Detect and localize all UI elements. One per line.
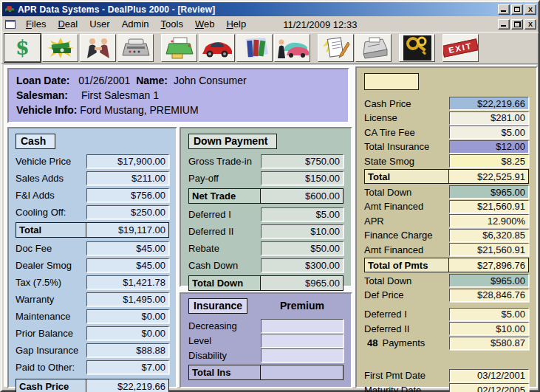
field-label: Prior Balance — [16, 328, 86, 339]
field-label: Dealer Smog — [16, 260, 86, 271]
paid-to-other-field[interactable]: $7.00 — [86, 360, 169, 374]
maximize-button[interactable] — [511, 4, 523, 15]
gap-insurance-field[interactable]: $88.88 — [86, 343, 169, 357]
menu-help[interactable]: Help — [220, 17, 252, 32]
decreasing-field[interactable] — [261, 319, 344, 333]
books-icon — [240, 36, 270, 60]
name-label: Name: — [136, 75, 168, 86]
cooling-off-field[interactable]: $250.00 — [86, 205, 169, 219]
field-label: Disability — [188, 350, 261, 361]
dealer-cars-button[interactable] — [274, 34, 310, 62]
menu-deal[interactable]: Deal — [52, 17, 83, 32]
field-label: Cash Down — [188, 260, 261, 271]
close-button[interactable]: X — [524, 4, 536, 15]
recap-deferred-2-row: Deferred II$10.00 — [364, 322, 529, 335]
gross-trade-in-field[interactable]: $750.00 — [261, 154, 344, 168]
field-label: Rebate — [188, 243, 261, 254]
dealer-smog-field[interactable]: $45.00 — [86, 258, 169, 272]
apr-field[interactable]: 12.900% — [449, 214, 529, 227]
disability-field[interactable] — [261, 348, 344, 362]
loan-date-label: Loan Date: — [16, 75, 69, 86]
pay-off-field[interactable]: $150.00 — [261, 171, 344, 185]
cash-panel-title: Cash — [16, 134, 55, 149]
vehicle-price-field[interactable]: $17,900.00 — [86, 154, 169, 168]
field-label: Cash Price — [364, 98, 449, 109]
adding-machine-button[interactable] — [117, 34, 154, 62]
prior-balance-row: Prior Balance$0.00 — [16, 326, 169, 340]
field-label: Tax (7.5%) — [16, 277, 86, 288]
minimize-icon — [501, 25, 506, 27]
state-smog-field[interactable]: $8.25 — [449, 154, 529, 168]
recap-deferred-2-field: $10.00 — [449, 322, 529, 335]
dollar-button[interactable]: $ — [4, 34, 41, 62]
worksheet-pencil-icon — [321, 36, 351, 60]
deferred-1-field[interactable]: $5.00 — [261, 207, 344, 221]
first-pmt-date-row: First Pmt Date03/12/2001 — [364, 369, 529, 382]
cash-price-total-row: Cash Price$22,219.66 — [16, 379, 169, 392]
fax-machine-icon — [359, 36, 389, 60]
menu-web[interactable]: Web — [189, 17, 221, 32]
net-trade-row: Net Trade$600.00 — [188, 188, 344, 204]
cash-button[interactable] — [42, 34, 78, 62]
net-trade-field: $600.00 — [260, 189, 343, 203]
recap-total-down-2-field: $965.00 — [449, 274, 529, 287]
exit-button[interactable]: EXIT — [442, 34, 479, 62]
exit-icon: EXIT — [442, 38, 479, 58]
worksheet-button[interactable] — [318, 34, 354, 62]
salesman-value: First Salesman 1 — [71, 89, 159, 101]
amt-financed-2-row: Amt Financed$21,560.91 — [364, 243, 529, 256]
print-button[interactable] — [161, 34, 197, 62]
field-label: Deferred II — [188, 226, 261, 237]
maintenance-field[interactable]: $0.00 — [86, 309, 169, 323]
close-icon: X — [528, 6, 533, 13]
down-payment-panel: Down Payment Gross Trade-in$750.00 Pay-o… — [180, 127, 352, 287]
fi-adds-field[interactable]: $756.00 — [86, 188, 169, 202]
dollar-icon: $ — [16, 36, 30, 59]
prior-balance-field[interactable]: $0.00 — [86, 326, 169, 340]
rebate-field[interactable]: $50.00 — [261, 241, 344, 255]
sales-adds-field[interactable]: $211.00 — [86, 171, 169, 185]
field-label: Cooling Off: — [16, 207, 86, 218]
keys-button[interactable] — [399, 34, 435, 62]
license-field[interactable]: $281.00 — [449, 111, 529, 125]
menu-user[interactable]: User — [83, 17, 115, 32]
menu-tools[interactable]: Tools — [155, 17, 189, 32]
finance-charge-field: $6,320.85 — [449, 229, 529, 242]
minimize-icon — [501, 10, 506, 12]
mdi-restore-button[interactable] — [511, 19, 523, 30]
recap-blank-box — [364, 73, 419, 90]
menu-files[interactable]: Files — [20, 17, 52, 32]
ca-tire-fee-field[interactable]: $5.00 — [449, 125, 529, 139]
total-of-pmts-field: $27,896.76 — [448, 258, 528, 272]
total-label: Total of Pmts — [365, 260, 448, 271]
insurance-panel: Insurance Premium Decreasing Level Disab… — [180, 292, 352, 388]
mdi-minimize-button[interactable] — [498, 19, 510, 30]
first-pmt-date-field[interactable]: 03/12/2001 — [449, 369, 529, 382]
maturity-date-field[interactable]: 02/12/2005 — [449, 383, 529, 392]
minimize-button[interactable] — [498, 4, 510, 15]
car-button[interactable] — [199, 34, 235, 62]
handshake-icon — [83, 36, 113, 60]
mdi-close-button[interactable]: X — [524, 19, 536, 30]
cooling-off-row: Cooling Off:$250.00 — [16, 205, 169, 219]
field-label: Deferred I — [364, 309, 449, 320]
gross-trade-in-row: Gross Trade-in$750.00 — [188, 154, 344, 168]
level-field[interactable] — [261, 334, 344, 348]
handshake-button[interactable] — [80, 34, 116, 62]
menu-bar: Files Deal User Admin Tools Web Help 11/… — [1, 17, 539, 32]
total-down-row: Total Down$965.00 — [188, 275, 344, 291]
menu-admin[interactable]: Admin — [116, 17, 155, 32]
cash-down-field[interactable]: $300.00 — [261, 258, 344, 272]
field-label: Vehicle Price — [16, 156, 86, 167]
deferred-2-field[interactable]: $10.00 — [261, 224, 344, 238]
warranty-field[interactable]: $1,495.00 — [86, 292, 169, 306]
review-screen: Loan Date: 01/26/2001 Name: John Consume… — [4, 65, 536, 387]
disability-row: Disability — [188, 348, 344, 362]
field-label: First Pmt Date — [364, 370, 449, 381]
mdi-document-icon[interactable] — [5, 20, 16, 29]
doc-fee-field[interactable]: $45.00 — [86, 241, 169, 255]
field-label: Doc Fee — [16, 243, 86, 254]
books-button[interactable] — [236, 34, 273, 62]
fax-button[interactable] — [355, 34, 392, 62]
tax-field[interactable]: $1,421.78 — [86, 275, 169, 289]
